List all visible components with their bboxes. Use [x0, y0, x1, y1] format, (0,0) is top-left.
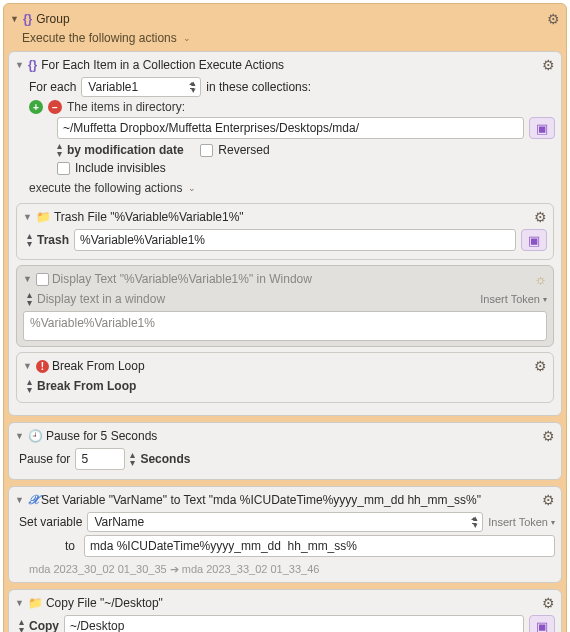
folder-icon: ▣ [536, 619, 548, 633]
group-action: ▼ {} Group ⚙ Execute the following actio… [3, 3, 567, 632]
alert-icon: ! [36, 360, 49, 373]
disclosure-icon[interactable]: ▼ [23, 212, 32, 222]
pause-action: ▼ 🕘 Pause for 5 Seconds ⚙ Pause for ▴▾ S… [8, 422, 562, 480]
add-button[interactable]: + [29, 100, 43, 114]
choose-folder-button[interactable]: ▣ [529, 615, 555, 632]
sort-arrows-icon[interactable]: ▴▾ [130, 451, 135, 467]
sort-arrows-icon[interactable]: ▴▾ [19, 618, 24, 632]
include-invisibles-label: Include invisibles [75, 161, 166, 175]
sort-arrows-icon[interactable]: ▴▾ [57, 142, 62, 158]
copy-title: Copy File "~/Desktop" [46, 596, 163, 610]
disclosure-icon[interactable]: ▼ [10, 14, 19, 24]
setvar-title: Set Variable "VarName" to Text "mda %ICU… [41, 493, 481, 507]
gear-icon[interactable]: ⚙ [542, 492, 555, 508]
variable-select[interactable]: Variable1▴▾ [81, 77, 201, 97]
pause-value-input[interactable] [75, 448, 125, 470]
copy-action: ▼ 📁 Copy File "~/Desktop" ⚙ ▴▾ Copy ▣ to… [8, 589, 562, 632]
disclosure-icon[interactable]: ▼ [15, 495, 24, 505]
folder-icon: ▣ [528, 233, 540, 248]
insert-token-menu[interactable]: Insert Token▾ [480, 293, 547, 305]
directory-path-input[interactable] [57, 117, 524, 139]
include-invisibles-checkbox[interactable] [57, 162, 70, 175]
foreach-icon: {} [28, 58, 37, 72]
pause-title: Pause for 5 Seconds [46, 429, 157, 443]
disclosure-icon[interactable]: ▼ [15, 598, 24, 608]
sort-arrows-icon[interactable]: ▴▾ [27, 291, 32, 307]
folder-icon: 📁 [28, 596, 43, 610]
break-title: Break From Loop [52, 359, 145, 373]
break-action: ▼ ! Break From Loop ⚙ ▴▾ Break From Loop [16, 352, 554, 403]
copy-mode[interactable]: Copy [29, 619, 59, 632]
group-subtitle: Execute the following actions [22, 31, 177, 45]
display-title: Display Text "%Variable%Variable1%" in W… [52, 272, 312, 286]
chevron-down-icon[interactable]: ⌄ [188, 183, 196, 193]
folder-icon: ▣ [536, 121, 548, 136]
set-variable-label: Set variable [19, 515, 82, 529]
setvar-action: ▼ 𝒳 Set Variable "VarName" to Text "mda … [8, 486, 562, 583]
insert-token-menu[interactable]: Insert Token▾ [488, 516, 555, 528]
trash-mode[interactable]: Trash [37, 233, 69, 247]
reversed-checkbox[interactable] [200, 144, 213, 157]
display-body-input[interactable]: %Variable%Variable1% [23, 311, 547, 341]
disclosure-icon[interactable]: ▼ [23, 274, 32, 284]
choose-folder-button[interactable]: ▣ [521, 229, 547, 251]
disclosure-icon[interactable]: ▼ [15, 60, 24, 70]
clock-icon: 🕘 [28, 429, 43, 443]
gear-icon[interactable]: ⚙ [542, 57, 555, 73]
enable-checkbox[interactable] [36, 273, 49, 286]
gear-icon[interactable]: ⚙ [542, 595, 555, 611]
display-mode[interactable]: Display text in a window [37, 292, 165, 306]
break-mode[interactable]: Break From Loop [37, 379, 136, 393]
group-icon: {} [23, 12, 32, 26]
varname-select[interactable]: VarName▴▾ [87, 512, 483, 532]
variable-icon: 𝒳 [28, 492, 38, 508]
copy-src-input[interactable] [64, 615, 524, 632]
execute-label: execute the following actions [29, 181, 182, 195]
disclosure-icon[interactable]: ▼ [23, 361, 32, 371]
setvar-preview: mda 2023_30_02 01_30_35 ➔ mda 2023_33_02… [29, 563, 555, 576]
for-each-label: For each [29, 80, 76, 94]
foreach-title: For Each Item in a Collection Execute Ac… [41, 58, 284, 72]
disclosure-icon[interactable]: ▼ [15, 431, 24, 441]
gear-icon[interactable]: ⚙ [547, 11, 560, 27]
sort-mode[interactable]: by modification date [67, 143, 184, 157]
trash-path-input[interactable] [74, 229, 516, 251]
chevron-down-icon[interactable]: ⌄ [183, 33, 191, 43]
reversed-label: Reversed [218, 143, 269, 157]
gear-icon[interactable]: ⚙ [542, 428, 555, 444]
trash-title: Trash File "%Variable%Variable1%" [54, 210, 244, 224]
foreach-action: ▼ {} For Each Item in a Collection Execu… [8, 51, 562, 416]
choose-folder-button[interactable]: ▣ [529, 117, 555, 139]
sort-arrows-icon[interactable]: ▴▾ [27, 232, 32, 248]
remove-button[interactable]: − [48, 100, 62, 114]
pause-unit[interactable]: Seconds [140, 452, 190, 466]
to-label: to [19, 539, 79, 553]
display-text-action: ▼ Display Text "%Variable%Variable1%" in… [16, 265, 554, 347]
items-in-dir-selector[interactable]: The items in directory: [67, 100, 185, 114]
setvar-value-input[interactable] [84, 535, 555, 557]
gear-icon[interactable]: ⚙ [534, 358, 547, 374]
trash-action: ▼ 📁 Trash File "%Variable%Variable1%" ⚙ … [16, 203, 554, 260]
gear-icon[interactable]: ⚙ [534, 209, 547, 225]
folder-icon: 📁 [36, 210, 51, 224]
sort-arrows-icon[interactable]: ▴▾ [27, 378, 32, 394]
pause-label: Pause for [19, 452, 70, 466]
gear-icon[interactable]: ☼ [534, 271, 547, 287]
in-these-label: in these collections: [206, 80, 311, 94]
group-title: Group [36, 12, 69, 26]
